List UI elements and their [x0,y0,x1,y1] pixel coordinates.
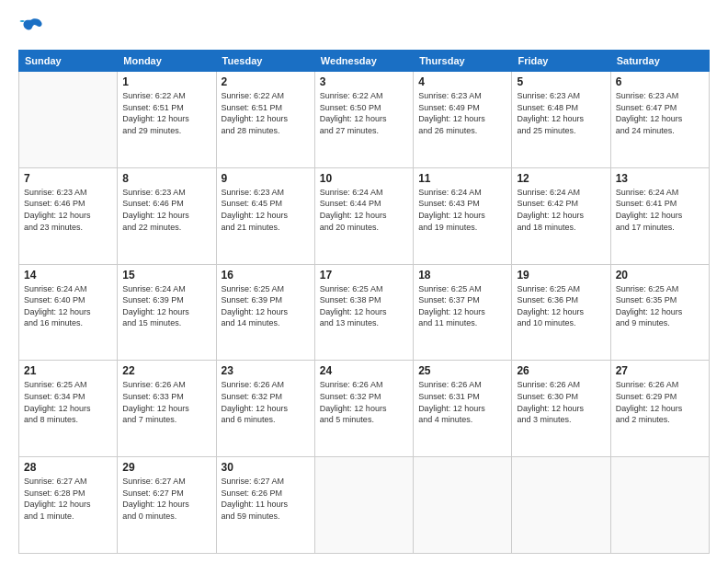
day-info: Sunrise: 6:26 AM Sunset: 6:32 PM Dayligh… [320,379,408,425]
day-number: 26 [517,364,605,377]
calendar-day-cell: 24Sunrise: 6:26 AM Sunset: 6:32 PM Dayli… [314,361,413,457]
calendar-day-cell: 11Sunrise: 6:24 AM Sunset: 6:43 PM Dayli… [414,167,512,264]
day-number: 2 [222,75,310,88]
weekday-header: Sunday [19,51,118,72]
day-number: 30 [222,461,310,474]
day-info: Sunrise: 6:27 AM Sunset: 6:26 PM Dayligh… [222,476,310,522]
calendar-day-cell: 2Sunrise: 6:22 AM Sunset: 6:51 PM Daylig… [216,72,314,168]
calendar-day-cell [512,457,610,554]
day-number: 7 [24,172,112,185]
day-info: Sunrise: 6:22 AM Sunset: 6:51 PM Dayligh… [122,90,210,136]
day-number: 17 [320,269,408,282]
logo-bird-icon [18,15,44,40]
day-info: Sunrise: 6:26 AM Sunset: 6:32 PM Dayligh… [222,379,310,425]
calendar-day-cell: 18Sunrise: 6:25 AM Sunset: 6:37 PM Dayli… [414,264,512,361]
day-number: 27 [616,364,704,377]
calendar-day-cell: 3Sunrise: 6:22 AM Sunset: 6:50 PM Daylig… [314,72,413,168]
day-number: 18 [418,269,506,282]
weekday-row: SundayMondayTuesdayWednesdayThursdayFrid… [19,51,710,72]
day-number: 29 [122,461,210,474]
calendar-day-cell: 17Sunrise: 6:25 AM Sunset: 6:38 PM Dayli… [314,264,413,361]
day-number: 19 [517,269,605,282]
calendar-day-cell [610,457,709,554]
day-number: 10 [320,172,408,185]
day-number: 11 [418,172,506,185]
calendar-day-cell [314,457,413,554]
day-info: Sunrise: 6:22 AM Sunset: 6:51 PM Dayligh… [222,90,310,136]
weekday-header: Wednesday [314,51,413,72]
calendar-day-cell: 16Sunrise: 6:25 AM Sunset: 6:39 PM Dayli… [216,264,314,361]
day-info: Sunrise: 6:27 AM Sunset: 6:27 PM Dayligh… [122,476,210,522]
day-info: Sunrise: 6:22 AM Sunset: 6:50 PM Dayligh… [320,90,408,136]
calendar-day-cell: 20Sunrise: 6:25 AM Sunset: 6:35 PM Dayli… [610,264,709,361]
calendar-day-cell: 1Sunrise: 6:22 AM Sunset: 6:51 PM Daylig… [118,72,216,168]
day-info: Sunrise: 6:24 AM Sunset: 6:43 PM Dayligh… [418,187,506,233]
day-number: 20 [616,269,704,282]
day-number: 9 [222,172,310,185]
calendar-day-cell: 12Sunrise: 6:24 AM Sunset: 6:42 PM Dayli… [512,167,610,264]
day-info: Sunrise: 6:27 AM Sunset: 6:28 PM Dayligh… [24,476,112,522]
calendar-day-cell: 30Sunrise: 6:27 AM Sunset: 6:26 PM Dayli… [216,457,314,554]
day-number: 4 [418,75,506,88]
day-info: Sunrise: 6:24 AM Sunset: 6:42 PM Dayligh… [517,187,605,233]
calendar-day-cell: 14Sunrise: 6:24 AM Sunset: 6:40 PM Dayli… [19,264,118,361]
day-info: Sunrise: 6:24 AM Sunset: 6:39 PM Dayligh… [122,283,210,329]
day-info: Sunrise: 6:24 AM Sunset: 6:40 PM Dayligh… [24,283,112,329]
day-number: 15 [122,269,210,282]
day-info: Sunrise: 6:26 AM Sunset: 6:29 PM Dayligh… [616,379,704,425]
calendar-day-cell: 13Sunrise: 6:24 AM Sunset: 6:41 PM Dayli… [610,167,709,264]
day-info: Sunrise: 6:23 AM Sunset: 6:46 PM Dayligh… [122,187,210,233]
calendar-day-cell: 10Sunrise: 6:24 AM Sunset: 6:44 PM Dayli… [314,167,413,264]
calendar-day-cell: 7Sunrise: 6:23 AM Sunset: 6:46 PM Daylig… [19,167,118,264]
day-number: 5 [517,75,605,88]
day-number: 22 [122,364,210,377]
calendar-week-row: 28Sunrise: 6:27 AM Sunset: 6:28 PM Dayli… [19,457,710,554]
calendar-week-row: 7Sunrise: 6:23 AM Sunset: 6:46 PM Daylig… [19,167,710,264]
day-info: Sunrise: 6:26 AM Sunset: 6:33 PM Dayligh… [122,379,210,425]
day-info: Sunrise: 6:25 AM Sunset: 6:34 PM Dayligh… [24,379,112,425]
day-number: 13 [616,172,704,185]
calendar-week-row: 14Sunrise: 6:24 AM Sunset: 6:40 PM Dayli… [19,264,710,361]
day-number: 6 [616,75,704,88]
header [18,15,710,40]
calendar-day-cell: 27Sunrise: 6:26 AM Sunset: 6:29 PM Dayli… [610,361,709,457]
day-number: 14 [24,269,112,282]
day-info: Sunrise: 6:23 AM Sunset: 6:47 PM Dayligh… [616,90,704,136]
day-info: Sunrise: 6:26 AM Sunset: 6:31 PM Dayligh… [418,379,506,425]
calendar-day-cell: 6Sunrise: 6:23 AM Sunset: 6:47 PM Daylig… [610,72,709,168]
weekday-header: Tuesday [216,51,314,72]
calendar-table: SundayMondayTuesdayWednesdayThursdayFrid… [18,50,710,554]
day-info: Sunrise: 6:25 AM Sunset: 6:37 PM Dayligh… [418,283,506,329]
day-info: Sunrise: 6:24 AM Sunset: 6:44 PM Dayligh… [320,187,408,233]
calendar-week-row: 21Sunrise: 6:25 AM Sunset: 6:34 PM Dayli… [19,361,710,457]
calendar-day-cell: 8Sunrise: 6:23 AM Sunset: 6:46 PM Daylig… [118,167,216,264]
day-info: Sunrise: 6:25 AM Sunset: 6:38 PM Dayligh… [320,283,408,329]
weekday-header: Thursday [414,51,512,72]
day-info: Sunrise: 6:26 AM Sunset: 6:30 PM Dayligh… [517,379,605,425]
day-info: Sunrise: 6:25 AM Sunset: 6:35 PM Dayligh… [616,283,704,329]
day-info: Sunrise: 6:23 AM Sunset: 6:49 PM Dayligh… [418,90,506,136]
calendar-day-cell: 28Sunrise: 6:27 AM Sunset: 6:28 PM Dayli… [19,457,118,554]
page: SundayMondayTuesdayWednesdayThursdayFrid… [0,0,728,563]
day-number: 24 [320,364,408,377]
day-number: 21 [24,364,112,377]
day-info: Sunrise: 6:23 AM Sunset: 6:48 PM Dayligh… [517,90,605,136]
day-number: 12 [517,172,605,185]
calendar-week-row: 1Sunrise: 6:22 AM Sunset: 6:51 PM Daylig… [19,72,710,168]
weekday-header: Saturday [610,51,709,72]
calendar-day-cell: 21Sunrise: 6:25 AM Sunset: 6:34 PM Dayli… [19,361,118,457]
calendar-header: SundayMondayTuesdayWednesdayThursdayFrid… [19,51,710,72]
calendar-day-cell: 15Sunrise: 6:24 AM Sunset: 6:39 PM Dayli… [118,264,216,361]
weekday-header: Friday [512,51,610,72]
day-info: Sunrise: 6:23 AM Sunset: 6:46 PM Dayligh… [24,187,112,233]
day-number: 25 [418,364,506,377]
calendar-body: 1Sunrise: 6:22 AM Sunset: 6:51 PM Daylig… [19,72,710,554]
calendar-day-cell [19,72,118,168]
day-info: Sunrise: 6:25 AM Sunset: 6:39 PM Dayligh… [222,283,310,329]
day-number: 16 [222,269,310,282]
day-info: Sunrise: 6:24 AM Sunset: 6:41 PM Dayligh… [616,187,704,233]
calendar-day-cell: 29Sunrise: 6:27 AM Sunset: 6:27 PM Dayli… [118,457,216,554]
day-info: Sunrise: 6:23 AM Sunset: 6:45 PM Dayligh… [222,187,310,233]
day-info: Sunrise: 6:25 AM Sunset: 6:36 PM Dayligh… [517,283,605,329]
calendar-day-cell [414,457,512,554]
